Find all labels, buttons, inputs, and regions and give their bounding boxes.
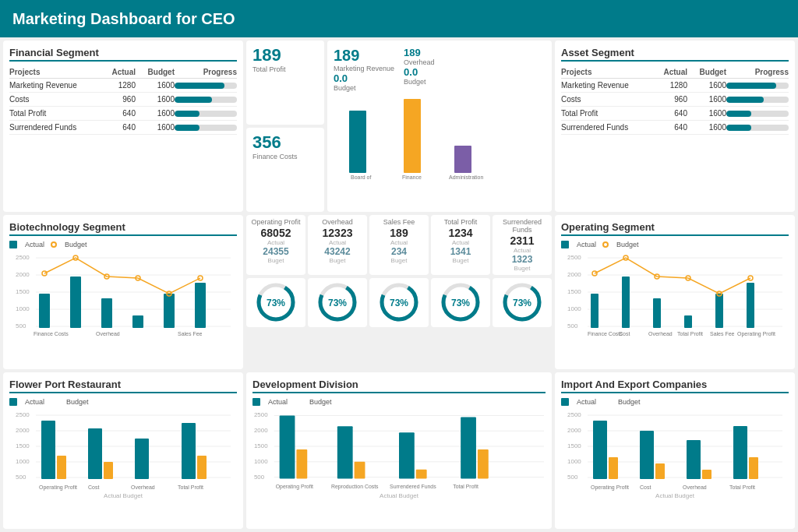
flower-segment: Flower Port Restaurant Actual Budget 250…: [3, 372, 243, 529]
svg-rect-130: [609, 457, 618, 479]
financial-title: Financial Segment: [9, 47, 237, 62]
bar-chart-area: Board of Directories Finance Department …: [334, 95, 546, 206]
metric-surrendered-funds: Surrendered Funds 2311 Actual 1323 Buget: [493, 215, 552, 275]
svg-text:Surrendered Funds: Surrendered Funds: [390, 484, 436, 489]
asset-title: Asset Segment: [561, 47, 789, 62]
svg-text:1000: 1000: [254, 457, 268, 464]
actual-legend-dot: [9, 398, 17, 406]
svg-rect-20: [101, 298, 112, 328]
bar-chart-card: 189 Marketing Revenue 0.0 Budget 189 Ove…: [327, 41, 552, 212]
kpi-cards: 189 Total Profit 356 Finance Costs: [246, 41, 324, 212]
svg-text:1500: 1500: [16, 442, 30, 449]
svg-rect-58: [591, 294, 598, 328]
actual-legend-dot: [561, 398, 569, 406]
op-chart-svg: 2500 2000 1500 1000 500 Finance Costs: [561, 252, 789, 337]
svg-text:Overhead: Overhead: [648, 331, 673, 336]
svg-rect-23: [195, 283, 206, 328]
svg-rect-133: [687, 440, 701, 479]
total-profit-kpi: 189 Total Profit: [246, 41, 324, 125]
dev-chart-svg: 2500 2000 1500 1000 500 Operating Profit…: [252, 409, 546, 491]
svg-rect-61: [684, 315, 692, 328]
svg-text:Sales Fee: Sales Fee: [178, 331, 203, 336]
table-row: Costs 960 1600: [9, 93, 237, 107]
metric-total-profit: Total Profit 1234 Actual 1341 Buget: [431, 215, 490, 275]
dev-sub-label: Actual Budget: [252, 492, 546, 499]
bar-chart-svg: Board of Directories Finance Department …: [334, 95, 546, 181]
svg-rect-91: [182, 423, 196, 479]
svg-text:Finance: Finance: [402, 174, 422, 180]
svg-text:2000: 2000: [16, 271, 30, 278]
svg-text:Operating Profit: Operating Profit: [591, 484, 629, 491]
import-title: Import And Export Companies: [561, 379, 789, 393]
flower-chart-svg: 2500 2000 1500 1000 500 Operating Profit…: [9, 409, 237, 491]
svg-rect-88: [88, 428, 102, 479]
svg-rect-111: [399, 432, 415, 478]
svg-text:1000: 1000: [567, 305, 581, 312]
svg-text:Overhead: Overhead: [131, 484, 155, 490]
svg-text:Total Profit: Total Profit: [453, 484, 478, 489]
finance-costs-kpi: 356 Finance Costs: [246, 128, 324, 212]
svg-rect-90: [135, 439, 149, 479]
center-top: 189 Total Profit 356 Finance Costs 189 M…: [246, 41, 552, 212]
svg-text:Sales Fee: Sales Fee: [710, 331, 735, 336]
svg-rect-129: [593, 421, 607, 479]
svg-rect-92: [197, 456, 207, 479]
svg-text:2000: 2000: [254, 427, 268, 434]
svg-rect-110: [355, 461, 365, 478]
metric-overhead: Overhead 12323 Actual 43242 Buget: [308, 215, 367, 275]
svg-rect-108: [296, 449, 307, 479]
svg-text:Operating Profit: Operating Profit: [276, 484, 313, 490]
svg-text:Total Profit: Total Profit: [178, 484, 203, 490]
budget-legend-dot: [51, 398, 58, 406]
svg-text:Finance Costs: Finance Costs: [588, 331, 623, 336]
svg-rect-114: [478, 449, 489, 479]
total-profit-value: 189: [252, 45, 318, 65]
svg-rect-109: [337, 426, 353, 478]
flower-title: Flower Port Restaurant: [9, 379, 237, 393]
svg-text:Total Profit: Total Profit: [677, 331, 703, 336]
svg-text:500: 500: [567, 474, 578, 481]
import-legend: Actual Budget: [561, 398, 789, 406]
metrics-numbers: Operating Profit 68052 Actual 24355 Buge…: [246, 215, 552, 275]
svg-rect-59: [622, 277, 630, 328]
svg-text:Cost: Cost: [640, 484, 651, 490]
svg-rect-62: [715, 294, 723, 328]
svg-rect-2: [454, 146, 471, 173]
svg-rect-112: [416, 469, 427, 478]
bio-chart-svg: 2500 2000 1500 1000 500: [9, 252, 237, 337]
svg-rect-18: [39, 294, 50, 328]
svg-text:1000: 1000: [16, 458, 30, 465]
svg-text:Overhead: Overhead: [96, 331, 120, 336]
metric-operating-profit: Operating Profit 68052 Actual 24355 Buge…: [246, 215, 305, 275]
svg-text:1000: 1000: [567, 458, 581, 465]
svg-text:1500: 1500: [567, 288, 581, 295]
svg-text:2000: 2000: [16, 427, 30, 434]
svg-text:2500: 2500: [254, 411, 268, 418]
svg-text:Finance Costs: Finance Costs: [34, 331, 69, 336]
finance-costs-label: Finance Costs: [252, 153, 318, 160]
table-row: Total Profit 640 1600: [561, 107, 789, 121]
actual-legend-dot: [252, 398, 260, 406]
financial-table-header: Projects Actual Budget Progress: [9, 66, 237, 79]
svg-text:73%: 73%: [266, 298, 284, 308]
dev-legend: Actual Budget: [252, 398, 546, 406]
svg-text:1500: 1500: [567, 442, 581, 449]
flower-legend: Actual Budget: [9, 398, 237, 406]
svg-text:2500: 2500: [16, 411, 30, 418]
budget-legend-dot: [602, 241, 609, 248]
bar-chart-title-row: 189 Marketing Revenue 0.0 Budget 189 Ove…: [334, 47, 546, 92]
svg-rect-22: [164, 294, 175, 328]
table-row: Marketing Revenue 1280 1600: [9, 79, 237, 93]
svg-rect-134: [702, 470, 711, 479]
bio-legend: Actual Budget: [9, 241, 237, 248]
metric-sales-fee: Sales Fee 189 Actual 234 Buget: [369, 215, 429, 275]
import-chart-svg: 2500 2000 1500 1000 500 Operating Profit…: [561, 409, 789, 491]
table-row: Surrendered Funds 640 1600: [561, 121, 789, 135]
svg-text:Total Profit: Total Profit: [729, 484, 755, 490]
bio-title: Biotechnology Segment: [9, 221, 237, 236]
circle-2: 73%: [308, 278, 367, 327]
svg-rect-1: [404, 99, 421, 173]
svg-rect-89: [104, 462, 113, 479]
actual-legend-dot: [9, 241, 17, 248]
overhead-metric: 189 Overhead 0.0 Budget: [404, 47, 435, 92]
